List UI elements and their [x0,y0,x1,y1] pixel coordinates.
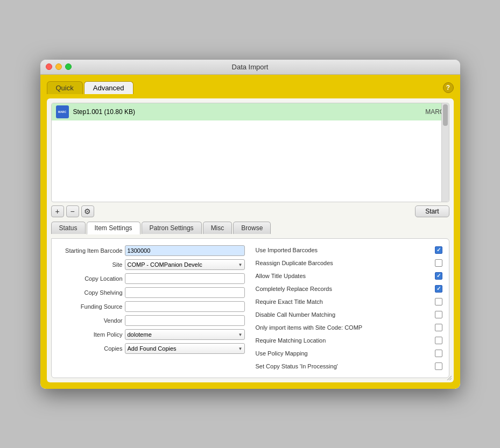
allow-title-updates-label: Allow Title Updates [256,273,306,279]
require-matching-location-row: Require Matching Location [256,336,442,345]
toolbar: + − ⚙ Start [51,205,449,217]
outer-tab-bar: Quick Advanced ? [47,81,454,94]
inner-tab-bar: Status Item Settings Patron Settings Mis… [51,222,449,234]
use-policy-mapping-label: Use Policy Mapping [256,350,308,357]
only-import-items-row: Only import items with Site Code: COMP [256,323,442,332]
remove-button[interactable]: − [66,205,79,217]
site-row: Site COMP - COMPanion Develc ▼ [58,259,245,270]
resize-handle[interactable] [445,374,452,380]
require-matching-location-label: Require Matching Location [256,337,326,344]
file-row[interactable]: MARC Step1.001 (10.80 KB) MARC [52,103,449,120]
copy-shelving-row: Copy Shelving [58,287,245,298]
traffic-lights [46,63,72,70]
set-copy-status-row: Set Copy Status 'In Processing' [256,361,442,371]
completely-replace-records-checkbox[interactable] [435,285,442,293]
use-imported-barcodes-row: Use Imported Barcodes [256,245,442,255]
reassign-duplicate-barcodes-label: Reassign Duplicate Barcodes [256,260,333,266]
copy-shelving-label: Copy Shelving [58,289,123,296]
main-window: Data Import Quick Advanced ? MARC Step1.… [40,60,460,389]
site-select-wrapper: COMP - COMPanion Develc ▼ [125,259,245,270]
allow-title-updates-checkbox[interactable] [435,272,442,280]
require-exact-title-match-checkbox[interactable] [435,298,442,305]
svg-line-0 [447,376,452,380]
disable-call-number-matching-row: Disable Call Number Matching [256,310,442,319]
tab-item-settings[interactable]: Item Settings [87,222,140,234]
use-policy-mapping-checkbox[interactable] [435,350,442,357]
completely-replace-records-row: Completely Replace Records [256,284,442,294]
tab-advanced[interactable]: Advanced [84,81,133,94]
help-button[interactable]: ? [443,82,454,93]
starting-barcode-label: Starting Item Barcode [58,247,123,254]
disable-call-number-matching-label: Disable Call Number Matching [256,311,336,318]
scrollbar-track[interactable] [441,103,449,202]
site-select[interactable]: COMP - COMPanion Develc [125,259,245,270]
set-copy-status-label: Set Copy Status 'In Processing' [256,363,338,369]
minimize-button[interactable] [55,63,62,70]
item-policy-select[interactable]: doloteme [125,329,245,340]
file-name: Step1.001 (10.80 KB) [73,108,421,116]
window-title: Data Import [232,63,269,71]
left-column: Starting Item Barcode Site COMP - COMPan… [58,245,245,371]
funding-source-label: Funding Source [58,303,123,310]
vendor-input[interactable] [125,315,245,326]
copies-row: Copies Add Found Copies ▼ [58,343,245,354]
svg-line-1 [449,378,452,380]
vendor-row: Vendor [58,315,245,326]
settings-panel: Starting Item Barcode Site COMP - COMPan… [51,238,449,378]
set-copy-status-checkbox[interactable] [435,362,442,370]
use-policy-mapping-row: Use Policy Mapping [256,349,442,358]
maximize-button[interactable] [65,63,72,70]
use-imported-barcodes-checkbox[interactable] [435,246,442,254]
starting-barcode-input[interactable] [125,245,245,256]
require-matching-location-checkbox[interactable] [435,337,442,344]
right-column: Use Imported Barcodes Reassign Duplicate… [256,245,442,371]
item-policy-label: Item Policy [58,331,123,338]
file-icon: MARC [56,105,69,118]
tab-status[interactable]: Status [51,222,86,234]
site-label: Site [58,261,123,268]
allow-title-updates-row: Allow Title Updates [256,271,442,281]
copy-location-label: Copy Location [58,275,123,282]
tab-browse[interactable]: Browse [233,222,271,234]
item-policy-select-wrapper: doloteme ▼ [125,329,245,340]
content-area: MARC Step1.001 (10.80 KB) MARC + − ⚙ Sta… [47,98,454,382]
require-exact-title-match-label: Require Exact Title Match [256,298,323,305]
copy-shelving-input[interactable] [125,287,245,298]
add-button[interactable]: + [51,205,64,217]
only-import-items-label: Only import items with Site Code: COMP [256,324,363,331]
settings-grid: Starting Item Barcode Site COMP - COMPan… [58,245,442,371]
starting-barcode-row: Starting Item Barcode [58,245,245,256]
window-body: Quick Advanced ? MARC Step1.001 (10.80 K… [40,75,460,389]
require-exact-title-match-row: Require Exact Title Match [256,297,442,307]
completely-replace-records-label: Completely Replace Records [256,286,332,292]
copy-location-row: Copy Location [58,273,245,284]
disable-call-number-matching-checkbox[interactable] [435,311,442,318]
vendor-label: Vendor [58,317,123,324]
copies-select[interactable]: Add Found Copies [125,343,245,354]
settings-button[interactable]: ⚙ [81,205,94,217]
tab-misc[interactable]: Misc [203,222,233,234]
file-list[interactable]: MARC Step1.001 (10.80 KB) MARC [51,103,449,202]
tab-patron-settings[interactable]: Patron Settings [142,222,202,234]
funding-source-input[interactable] [125,301,245,312]
title-bar: Data Import [40,60,460,75]
reassign-duplicate-barcodes-row: Reassign Duplicate Barcodes [256,258,442,268]
copy-location-input[interactable] [125,273,245,284]
tab-quick[interactable]: Quick [47,81,83,94]
item-policy-row: Item Policy doloteme ▼ [58,329,245,340]
close-button[interactable] [46,63,52,70]
only-import-items-checkbox[interactable] [435,324,442,331]
file-icon-text: MARC [58,110,66,113]
start-button[interactable]: Start [415,205,449,217]
reassign-duplicate-barcodes-checkbox[interactable] [435,259,442,267]
funding-source-row: Funding Source [58,301,245,312]
use-imported-barcodes-label: Use Imported Barcodes [256,247,318,253]
copies-label: Copies [58,345,123,352]
copies-select-wrapper: Add Found Copies ▼ [125,343,245,354]
scrollbar-thumb[interactable] [443,104,448,126]
